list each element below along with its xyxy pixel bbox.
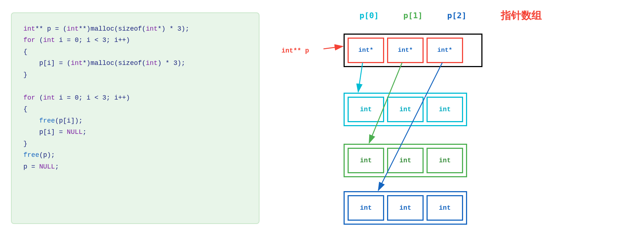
code-line-1: int** p = (int**)malloc(sizeof(int*) * 3… — [23, 23, 247, 35]
row-array-green: int int int — [344, 144, 467, 177]
row-array-blue: int int int — [344, 191, 467, 225]
int-cell-blue-1: int — [387, 195, 424, 221]
int-cell-cyan-2: int — [427, 97, 463, 122]
int-cell-blue-2: int — [427, 195, 463, 221]
code-line-9: free(p[i]); — [23, 115, 247, 127]
pointer-array: int* int* int* — [344, 34, 482, 67]
int-cell-green-0: int — [348, 148, 384, 173]
code-line-3: { — [23, 46, 247, 58]
code-panel: int** p = (int**)malloc(sizeof(int*) * 3… — [11, 12, 260, 224]
label-p2: p[2] — [435, 11, 479, 20]
int-cell-cyan-1: int — [387, 97, 424, 122]
ptr-cell-1: int* — [387, 38, 424, 63]
ptr-label: int** p — [281, 47, 309, 54]
diagram-panel: p[0] p[1] p[2] 指针数组 int** p int* int* in… — [281, 9, 633, 228]
ptr-cell-0: int* — [348, 38, 384, 63]
int-cell-green-1: int — [387, 148, 424, 173]
label-title: 指针数组 — [501, 9, 542, 23]
code-line-11: } — [23, 138, 247, 150]
label-p0: p[0] — [347, 11, 391, 20]
arrow-red — [323, 46, 343, 49]
arrow-cyan — [358, 63, 363, 92]
top-labels: p[0] p[1] p[2] 指针数组 — [347, 9, 633, 23]
code-line-13: p = NULL; — [23, 161, 247, 173]
label-p1: p[1] — [391, 11, 435, 20]
code-line-12: free(p); — [23, 150, 247, 161]
int-cell-cyan-0: int — [348, 97, 384, 122]
int-cell-blue-0: int — [348, 195, 384, 221]
int-cell-green-2: int — [427, 148, 463, 173]
code-line-5: } — [23, 69, 247, 81]
code-line-10: p[i] = NULL; — [23, 127, 247, 138]
code-line-7: for (int i = 0; i < 3; i++) — [23, 92, 247, 104]
ptr-cell-2: int* — [427, 38, 463, 63]
code-blank-1 — [23, 81, 247, 92]
code-line-4: p[i] = (int*)malloc(sizeof(int) * 3); — [23, 58, 247, 69]
row-array-cyan: int int int — [344, 93, 467, 126]
code-line-8: { — [23, 104, 247, 115]
code-line-2: for (int i = 0; i < 3; i++) — [23, 35, 247, 46]
